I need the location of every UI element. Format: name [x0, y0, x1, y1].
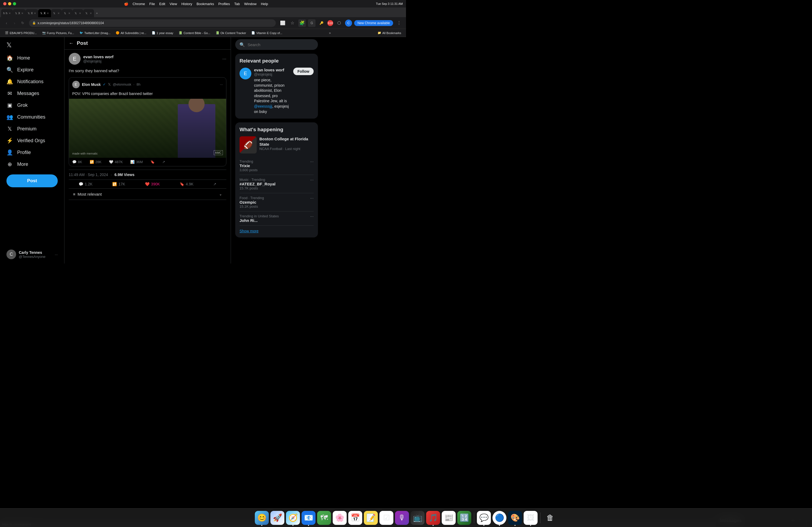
qt-retweet-action[interactable]: 🔁 28K [90, 160, 102, 164]
sort-bar[interactable]: ≡ Most relevant ⌄ [69, 189, 226, 200]
qt-like-action[interactable]: 🤍 487K [109, 160, 123, 164]
tab-close-icon[interactable]: ✕ [9, 12, 11, 15]
sidebar-item-communities[interactable]: 👥 Communities [3, 111, 61, 123]
retweet-action[interactable]: 🔁 17K [112, 182, 125, 186]
more-options-icon[interactable]: ⋮ [395, 19, 403, 27]
qt-more-icon[interactable]: ··· [220, 82, 223, 86]
tab-7[interactable]: 𝕏 ✕ [73, 9, 83, 17]
bookmark-ebaums[interactable]: 🎬 EBAUM'S PRODU... [3, 30, 39, 35]
back-nav-button[interactable]: ‹ [3, 20, 10, 26]
tab-close-icon[interactable]: ✕ [57, 12, 60, 15]
show-more-link[interactable]: Show more [240, 226, 314, 233]
screen-capture-icon[interactable]: ⬜ [279, 19, 287, 27]
close-button[interactable] [3, 2, 6, 5]
tab-close-icon[interactable]: ✕ [34, 12, 36, 15]
tab-new[interactable]: + [94, 9, 102, 17]
tweet-author-avatar[interactable]: E [69, 53, 81, 65]
bookmark-content-bible[interactable]: 📗 Content Bible - Go... [176, 30, 213, 35]
menu-chrome[interactable]: Chrome [133, 2, 145, 6]
bookmark-action[interactable]: 🔖 4.9K [180, 182, 193, 186]
trending-more-icon[interactable]: ··· [310, 178, 314, 182]
bookmark-vitamin-e[interactable]: 📄 Vitamin E Copy of... [249, 30, 284, 35]
sidebar-item-grok[interactable]: ▣ Grok [3, 99, 61, 111]
menu-bookmarks[interactable]: Bookmarks [197, 2, 214, 6]
sidebar-item-notifications[interactable]: 🔔 Notifications [3, 76, 61, 88]
bookmark-all-bookmarks[interactable]: 📁 All Bookmarks [375, 30, 403, 35]
quoted-tweet[interactable]: E Elon Musk ✓ 𝕏 @elonmusk · 8h ··· POV: … [69, 77, 226, 166]
tab-1[interactable]: h h ✕ [1, 9, 13, 17]
sidebar-item-verified-orgs[interactable]: ⚡ Verified Orgs [3, 135, 61, 147]
bookmark-funny[interactable]: 📷 Funny Pictures, Fu... [40, 30, 76, 35]
tab-2[interactable]: 𝕏 X ✕ [13, 9, 26, 17]
sidebar-item-more[interactable]: ⊕ More [3, 158, 61, 170]
like-action[interactable]: ❤️ 390K [145, 182, 160, 186]
lastpass-icon[interactable]: 🔑 [318, 19, 325, 27]
extensions-button[interactable]: ⬡ [335, 19, 343, 27]
menu-tab[interactable]: Tab [234, 2, 240, 6]
reload-button[interactable]: ↻ [19, 20, 26, 26]
trending-item-ozempic[interactable]: Food · Trending Ozempic 15.1K posts ··· [240, 193, 314, 211]
forward-nav-button[interactable]: › [11, 20, 18, 26]
qt-bookmark-action[interactable]: 🔖 [150, 160, 155, 164]
menu-view[interactable]: View [170, 2, 177, 6]
trending-more-icon[interactable]: ··· [310, 214, 314, 219]
search-input[interactable] [248, 42, 314, 47]
trending-more-icon[interactable]: ··· [310, 160, 314, 164]
qt-share-action[interactable]: ↗ [162, 160, 165, 164]
menu-help[interactable]: Help [261, 2, 268, 6]
extension-puzzle-icon[interactable]: 🧩 [298, 19, 306, 27]
profile-circle[interactable]: C [345, 19, 352, 27]
bookmark-essay[interactable]: 📄 1 year essay [149, 30, 175, 35]
sidebar-item-profile[interactable]: 👤 Profile [3, 147, 61, 158]
tab-close-icon[interactable]: ✕ [79, 12, 81, 15]
post-button[interactable]: Post [6, 175, 58, 187]
trending-item-ateez[interactable]: Music · Trending #ATEEZ_BF_Royal 15.7K p… [240, 175, 314, 193]
share-action[interactable]: ↗ [213, 182, 216, 186]
maximize-button[interactable] [13, 2, 16, 5]
bookmark-twitterlitter[interactable]: 🐦 TwitterLitter (Imag... [77, 30, 113, 35]
trending-item-john[interactable]: Trending in United States John Ri... ··· [240, 211, 314, 226]
tab-close-icon[interactable]: ✕ [68, 12, 70, 15]
tab-close-icon[interactable]: ✕ [21, 12, 23, 15]
qt-comment-action[interactable]: 💬 8K [72, 160, 82, 164]
mac-menu[interactable]: 🍎 Chrome File Edit View History Bookmark… [124, 2, 268, 6]
sidebar-item-explore[interactable]: 🔍 Explore [3, 64, 61, 76]
notifications-badge[interactable]: 618 [327, 20, 333, 26]
comment-action[interactable]: 💬 1.2K [79, 182, 93, 186]
tab-close-icon[interactable]: ✕ [47, 12, 49, 15]
tab-close-icon[interactable]: ✕ [90, 12, 92, 15]
back-button[interactable]: ← [69, 41, 74, 46]
menu-profiles[interactable]: Profiles [218, 2, 230, 6]
tab-3[interactable]: 𝕏 X ✕ [26, 9, 38, 17]
sidebar-item-premium[interactable]: 𝕏 Premium [3, 123, 61, 135]
menu-window[interactable]: Window [244, 2, 257, 6]
bookmark-content-tracker[interactable]: 📗 Ok Content Tracker [214, 30, 248, 35]
rp-avatar[interactable]: E [240, 67, 251, 79]
menu-file[interactable]: File [149, 2, 155, 6]
window-controls[interactable] [3, 2, 16, 5]
tab-4-active[interactable]: 𝕏 X ✕ [38, 9, 51, 17]
trending-item-trixie[interactable]: Trending Trixie 3,600 posts ··· [240, 157, 314, 175]
menu-history[interactable]: History [181, 2, 192, 6]
rp-bio-link[interactable]: @eeesssjjj [254, 104, 272, 108]
tweet-more-icon[interactable]: ··· [222, 56, 226, 62]
bookmark-subreddits[interactable]: 🟠 All Subreddits | re... [114, 30, 148, 35]
qt-views-action[interactable]: 📊 36M [130, 160, 143, 164]
new-chrome-button[interactable]: New Chrome available [354, 20, 393, 26]
search-bar[interactable]: 🔍 [235, 39, 318, 50]
bookmark-star-icon[interactable]: ☆ [289, 19, 296, 27]
menu-edit[interactable]: Edit [159, 2, 165, 6]
grammarly-icon[interactable]: G [308, 19, 316, 27]
menu-apple[interactable]: 🍎 [124, 2, 128, 6]
trending-more-icon[interactable]: ··· [310, 196, 314, 201]
tab-5[interactable]: 𝕏 ✕ [51, 9, 62, 17]
user-profile-menu[interactable]: C Carly Tennes @TennesAnyone ··· [3, 247, 61, 261]
twitter-logo[interactable]: 𝕏 [3, 39, 61, 51]
url-bar[interactable]: 🔒 x.com/esjesjesj/status/183027184890880… [29, 19, 276, 27]
bookmarks-more-button[interactable]: » [329, 31, 331, 35]
tab-8[interactable]: 𝕏 ✕ [83, 9, 94, 17]
sidebar-item-home[interactable]: 🏠 Home [3, 52, 61, 64]
minimize-button[interactable] [8, 2, 11, 5]
follow-button[interactable]: Follow [293, 67, 314, 75]
sidebar-item-messages[interactable]: ✉ Messages [3, 88, 61, 99]
